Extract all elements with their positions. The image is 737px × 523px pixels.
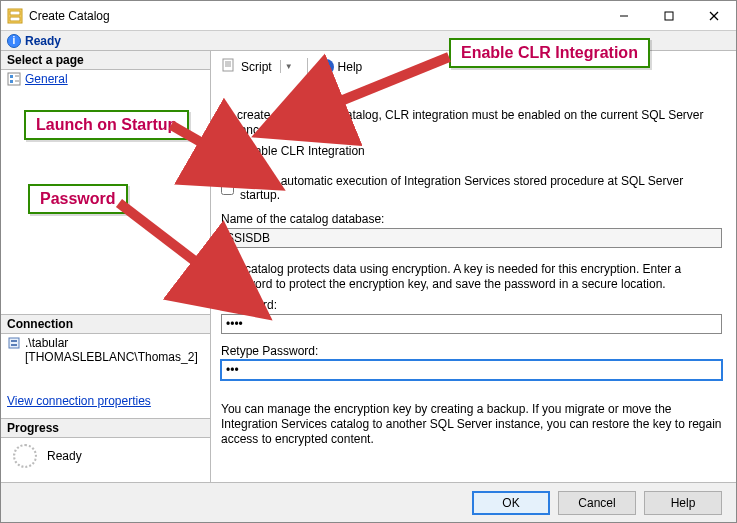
ok-button-label: OK (502, 496, 519, 510)
password-field[interactable] (221, 314, 722, 334)
sidebar-item-general[interactable]: General (1, 70, 210, 88)
sidebar: Select a page General Connection .\tabul… (1, 51, 211, 482)
backup-text: You can manage the encryption key by cre… (221, 402, 722, 447)
svg-rect-9 (10, 80, 13, 83)
help-icon: ? (318, 59, 334, 75)
toolbar: Script ▼ ? Help (221, 57, 722, 80)
status-bar: i Ready (1, 31, 736, 51)
help-label: Help (338, 60, 363, 74)
connection-server: .\tabular (25, 336, 198, 350)
close-button[interactable] (691, 1, 736, 30)
svg-rect-4 (665, 12, 673, 20)
connection-user: [THOMASLEBLANC\Thomas_2] (25, 350, 198, 364)
help-button[interactable]: ? Help (318, 59, 363, 75)
enable-auto-exec-row[interactable]: Enable automatic execution of Integratio… (221, 174, 722, 202)
svg-rect-8 (10, 75, 13, 78)
help-dialog-button[interactable]: Help (644, 491, 722, 515)
app-icon (7, 8, 23, 24)
sidebar-general-link[interactable]: General (25, 72, 68, 86)
status-text: Ready (25, 34, 61, 48)
select-page-header: Select a page (1, 51, 210, 70)
enable-clr-label: Enable CLR Integration (240, 144, 365, 158)
progress-text: Ready (47, 449, 82, 463)
view-connection-properties-link[interactable]: View connection properties (7, 394, 151, 408)
progress-row: Ready (1, 438, 210, 474)
svg-rect-2 (10, 17, 20, 21)
script-icon (221, 57, 237, 76)
enable-auto-exec-checkbox[interactable] (221, 182, 234, 195)
help-dialog-button-label: Help (671, 496, 696, 510)
svg-rect-12 (9, 338, 19, 348)
progress-spinner-icon (13, 444, 37, 468)
svg-rect-1 (10, 11, 20, 15)
catalog-db-label: Name of the catalog database: (221, 212, 722, 226)
encryption-text: The catalog protects data using encrypti… (221, 262, 722, 292)
connection-info: .\tabular [THOMASLEBLANC\Thomas_2] (1, 334, 210, 366)
svg-rect-13 (11, 340, 17, 342)
chevron-down-icon: ▼ (280, 60, 297, 73)
dialog-button-bar: OK Cancel Help (1, 482, 736, 522)
info-icon: i (7, 34, 21, 48)
minimize-button[interactable] (601, 1, 646, 30)
enable-clr-checkbox[interactable] (221, 145, 234, 158)
intro-text: To create and use the catalog, CLR integ… (221, 108, 722, 138)
main-content: Script ▼ ? Help To create and use the ca… (211, 51, 736, 482)
connection-header: Connection (1, 315, 210, 334)
svg-rect-15 (223, 59, 233, 71)
script-dropdown[interactable]: Script ▼ (221, 57, 297, 76)
titlebar: Create Catalog (1, 1, 736, 31)
cancel-button-label: Cancel (578, 496, 615, 510)
retype-password-label: Retype Password: (221, 344, 722, 358)
catalog-db-field[interactable] (221, 228, 722, 248)
retype-password-field[interactable] (221, 360, 722, 380)
enable-clr-row[interactable]: Enable CLR Integration (221, 144, 722, 158)
server-icon (7, 336, 21, 350)
script-label: Script (241, 60, 272, 74)
window-title: Create Catalog (29, 9, 601, 23)
svg-rect-14 (11, 344, 17, 346)
window-controls (601, 1, 736, 30)
ok-button[interactable]: OK (472, 491, 550, 515)
svg-rect-7 (8, 73, 20, 85)
maximize-button[interactable] (646, 1, 691, 30)
cancel-button[interactable]: Cancel (558, 491, 636, 515)
page-icon (7, 72, 21, 86)
password-label: Password: (221, 298, 722, 312)
progress-header: Progress (1, 419, 210, 438)
enable-auto-exec-label: Enable automatic execution of Integratio… (240, 174, 722, 202)
